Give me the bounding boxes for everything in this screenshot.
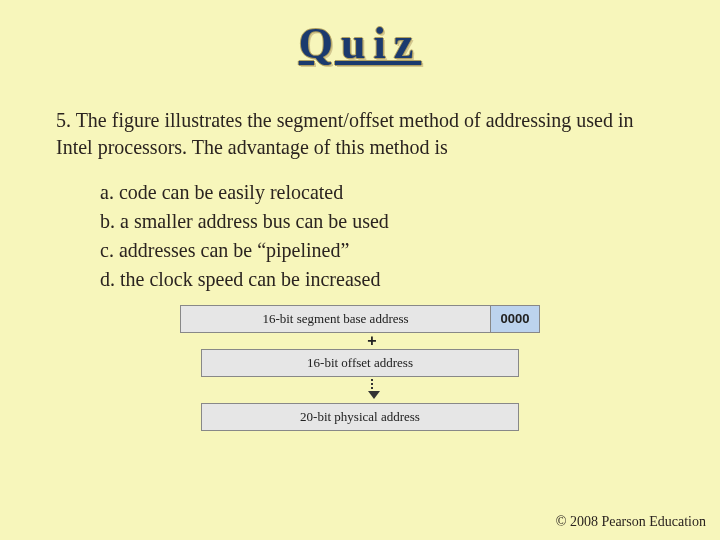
question-body: The figure illustrates the segment/offse… (56, 109, 633, 158)
arrow-down-icon (180, 379, 540, 401)
offset-box: 16-bit offset address (201, 349, 519, 377)
diagram: 16-bit segment base address 0000 + 16-bi… (180, 305, 540, 431)
segment-base-box: 16-bit segment base address (180, 305, 490, 333)
implied-zeros-box: 0000 (490, 305, 540, 333)
copyright-footer: © 2008 Pearson Education (556, 514, 706, 530)
option-c: c. addresses can be “pipelined” (100, 239, 664, 262)
physical-address-box: 20-bit physical address (201, 403, 519, 431)
option-b: b. a smaller address bus can be used (100, 210, 664, 233)
question-number: 5. (56, 109, 71, 131)
option-d: d. the clock speed can be increased (100, 268, 664, 291)
answer-options: a. code can be easily relocated b. a sma… (100, 181, 664, 291)
diagram-row-segment: 16-bit segment base address 0000 (180, 305, 540, 333)
option-a: a. code can be easily relocated (100, 181, 664, 204)
plus-icon: + (180, 335, 540, 347)
page-title: Quiz (0, 18, 720, 69)
content-area: 5. The figure illustrates the segment/of… (56, 107, 664, 431)
question-text: 5. The figure illustrates the segment/of… (56, 107, 664, 161)
